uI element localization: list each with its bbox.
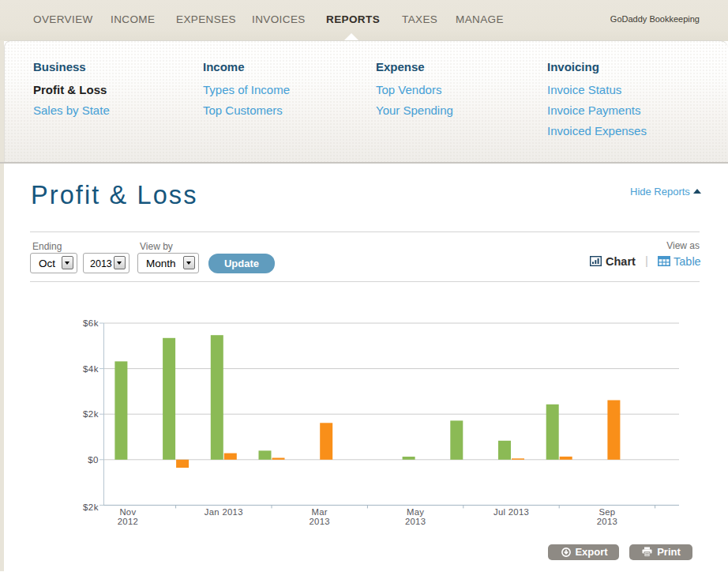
svg-text:2013: 2013	[310, 517, 330, 526]
svg-text:2013: 2013	[405, 517, 426, 526]
svg-text:$2k: $2k	[83, 502, 99, 512]
svg-text:Nov: Nov	[119, 507, 136, 517]
svg-text:$0: $0	[88, 455, 99, 465]
svg-text:$4k: $4k	[83, 364, 99, 374]
svg-text:2013: 2013	[597, 517, 617, 526]
svg-text:$2k: $2k	[83, 409, 99, 419]
svg-text:Jan 2013: Jan 2013	[205, 507, 243, 517]
svg-text:May: May	[407, 507, 424, 517]
svg-text:Sep: Sep	[599, 507, 615, 517]
svg-text:Mar: Mar	[312, 507, 328, 517]
svg-text:2012: 2012	[118, 517, 138, 526]
svg-text:Jul 2013: Jul 2013	[493, 507, 529, 517]
svg-text:$6k: $6k	[83, 318, 99, 328]
